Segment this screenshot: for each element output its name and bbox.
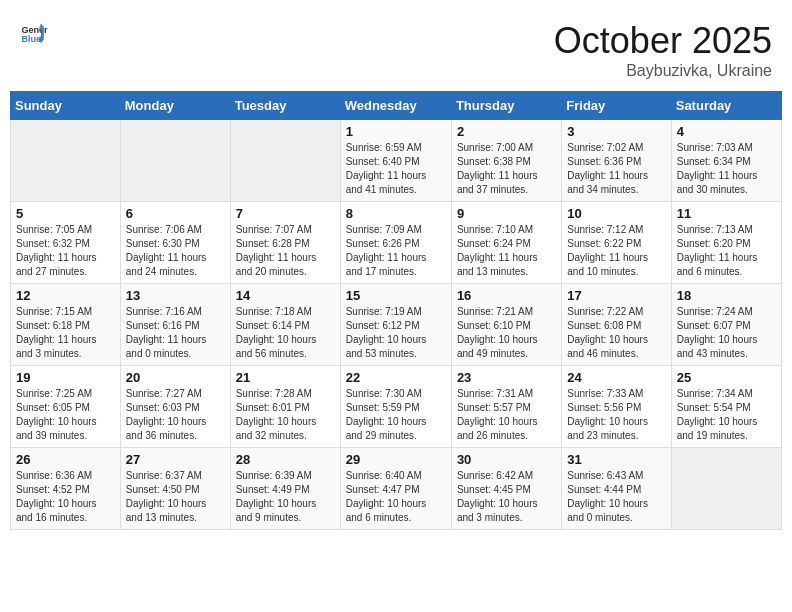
day-info: Sunrise: 7:07 AM Sunset: 6:28 PM Dayligh…	[236, 223, 335, 279]
day-cell: 31Sunrise: 6:43 AM Sunset: 4:44 PM Dayli…	[562, 448, 671, 530]
svg-text:General: General	[21, 25, 48, 35]
weekday-header-tuesday: Tuesday	[230, 92, 340, 120]
day-number: 11	[677, 206, 776, 221]
day-number: 5	[16, 206, 115, 221]
day-info: Sunrise: 6:37 AM Sunset: 4:50 PM Dayligh…	[126, 469, 225, 525]
day-info: Sunrise: 6:43 AM Sunset: 4:44 PM Dayligh…	[567, 469, 665, 525]
day-number: 27	[126, 452, 225, 467]
day-info: Sunrise: 6:39 AM Sunset: 4:49 PM Dayligh…	[236, 469, 335, 525]
day-info: Sunrise: 7:34 AM Sunset: 5:54 PM Dayligh…	[677, 387, 776, 443]
day-cell: 8Sunrise: 7:09 AM Sunset: 6:26 PM Daylig…	[340, 202, 451, 284]
weekday-header-monday: Monday	[120, 92, 230, 120]
day-number: 15	[346, 288, 446, 303]
day-cell: 19Sunrise: 7:25 AM Sunset: 6:05 PM Dayli…	[11, 366, 121, 448]
week-row-2: 5Sunrise: 7:05 AM Sunset: 6:32 PM Daylig…	[11, 202, 782, 284]
day-cell: 25Sunrise: 7:34 AM Sunset: 5:54 PM Dayli…	[671, 366, 781, 448]
day-cell: 15Sunrise: 7:19 AM Sunset: 6:12 PM Dayli…	[340, 284, 451, 366]
day-cell	[11, 120, 121, 202]
day-cell: 24Sunrise: 7:33 AM Sunset: 5:56 PM Dayli…	[562, 366, 671, 448]
weekday-header-thursday: Thursday	[451, 92, 561, 120]
day-info: Sunrise: 6:36 AM Sunset: 4:52 PM Dayligh…	[16, 469, 115, 525]
day-cell: 14Sunrise: 7:18 AM Sunset: 6:14 PM Dayli…	[230, 284, 340, 366]
day-info: Sunrise: 6:59 AM Sunset: 6:40 PM Dayligh…	[346, 141, 446, 197]
day-cell: 27Sunrise: 6:37 AM Sunset: 4:50 PM Dayli…	[120, 448, 230, 530]
day-cell: 1Sunrise: 6:59 AM Sunset: 6:40 PM Daylig…	[340, 120, 451, 202]
day-cell: 13Sunrise: 7:16 AM Sunset: 6:16 PM Dayli…	[120, 284, 230, 366]
calendar-table: SundayMondayTuesdayWednesdayThursdayFrid…	[10, 91, 782, 530]
day-info: Sunrise: 7:02 AM Sunset: 6:36 PM Dayligh…	[567, 141, 665, 197]
day-number: 9	[457, 206, 556, 221]
day-info: Sunrise: 7:16 AM Sunset: 6:16 PM Dayligh…	[126, 305, 225, 361]
day-cell: 20Sunrise: 7:27 AM Sunset: 6:03 PM Dayli…	[120, 366, 230, 448]
day-number: 12	[16, 288, 115, 303]
page-header: General Blue October 2025 Baybuzivka, Uk…	[10, 10, 782, 85]
day-number: 31	[567, 452, 665, 467]
day-number: 1	[346, 124, 446, 139]
day-cell: 4Sunrise: 7:03 AM Sunset: 6:34 PM Daylig…	[671, 120, 781, 202]
day-number: 20	[126, 370, 225, 385]
day-cell: 11Sunrise: 7:13 AM Sunset: 6:20 PM Dayli…	[671, 202, 781, 284]
day-info: Sunrise: 7:28 AM Sunset: 6:01 PM Dayligh…	[236, 387, 335, 443]
day-info: Sunrise: 7:31 AM Sunset: 5:57 PM Dayligh…	[457, 387, 556, 443]
day-number: 28	[236, 452, 335, 467]
day-cell: 10Sunrise: 7:12 AM Sunset: 6:22 PM Dayli…	[562, 202, 671, 284]
day-cell: 22Sunrise: 7:30 AM Sunset: 5:59 PM Dayli…	[340, 366, 451, 448]
weekday-header-saturday: Saturday	[671, 92, 781, 120]
day-cell: 5Sunrise: 7:05 AM Sunset: 6:32 PM Daylig…	[11, 202, 121, 284]
day-info: Sunrise: 6:40 AM Sunset: 4:47 PM Dayligh…	[346, 469, 446, 525]
day-cell	[671, 448, 781, 530]
day-info: Sunrise: 7:15 AM Sunset: 6:18 PM Dayligh…	[16, 305, 115, 361]
day-number: 24	[567, 370, 665, 385]
week-row-4: 19Sunrise: 7:25 AM Sunset: 6:05 PM Dayli…	[11, 366, 782, 448]
week-row-5: 26Sunrise: 6:36 AM Sunset: 4:52 PM Dayli…	[11, 448, 782, 530]
day-info: Sunrise: 7:33 AM Sunset: 5:56 PM Dayligh…	[567, 387, 665, 443]
day-info: Sunrise: 7:12 AM Sunset: 6:22 PM Dayligh…	[567, 223, 665, 279]
svg-text:Blue: Blue	[21, 34, 41, 44]
title-block: October 2025 Baybuzivka, Ukraine	[554, 20, 772, 80]
day-cell: 3Sunrise: 7:02 AM Sunset: 6:36 PM Daylig…	[562, 120, 671, 202]
day-number: 29	[346, 452, 446, 467]
day-info: Sunrise: 7:24 AM Sunset: 6:07 PM Dayligh…	[677, 305, 776, 361]
day-info: Sunrise: 7:09 AM Sunset: 6:26 PM Dayligh…	[346, 223, 446, 279]
day-info: Sunrise: 7:21 AM Sunset: 6:10 PM Dayligh…	[457, 305, 556, 361]
day-info: Sunrise: 7:05 AM Sunset: 6:32 PM Dayligh…	[16, 223, 115, 279]
day-number: 2	[457, 124, 556, 139]
day-number: 21	[236, 370, 335, 385]
day-number: 16	[457, 288, 556, 303]
weekday-header-friday: Friday	[562, 92, 671, 120]
day-info: Sunrise: 7:13 AM Sunset: 6:20 PM Dayligh…	[677, 223, 776, 279]
day-info: Sunrise: 6:42 AM Sunset: 4:45 PM Dayligh…	[457, 469, 556, 525]
day-number: 25	[677, 370, 776, 385]
logo-icon: General Blue	[20, 20, 48, 48]
location-title: Baybuzivka, Ukraine	[554, 62, 772, 80]
day-info: Sunrise: 7:06 AM Sunset: 6:30 PM Dayligh…	[126, 223, 225, 279]
day-info: Sunrise: 7:30 AM Sunset: 5:59 PM Dayligh…	[346, 387, 446, 443]
day-cell: 12Sunrise: 7:15 AM Sunset: 6:18 PM Dayli…	[11, 284, 121, 366]
day-number: 18	[677, 288, 776, 303]
day-info: Sunrise: 7:27 AM Sunset: 6:03 PM Dayligh…	[126, 387, 225, 443]
day-number: 10	[567, 206, 665, 221]
day-cell: 28Sunrise: 6:39 AM Sunset: 4:49 PM Dayli…	[230, 448, 340, 530]
day-cell: 21Sunrise: 7:28 AM Sunset: 6:01 PM Dayli…	[230, 366, 340, 448]
day-cell	[230, 120, 340, 202]
day-info: Sunrise: 7:03 AM Sunset: 6:34 PM Dayligh…	[677, 141, 776, 197]
day-cell: 23Sunrise: 7:31 AM Sunset: 5:57 PM Dayli…	[451, 366, 561, 448]
day-number: 22	[346, 370, 446, 385]
day-number: 7	[236, 206, 335, 221]
day-cell: 2Sunrise: 7:00 AM Sunset: 6:38 PM Daylig…	[451, 120, 561, 202]
day-number: 14	[236, 288, 335, 303]
week-row-3: 12Sunrise: 7:15 AM Sunset: 6:18 PM Dayli…	[11, 284, 782, 366]
day-info: Sunrise: 7:10 AM Sunset: 6:24 PM Dayligh…	[457, 223, 556, 279]
day-cell: 18Sunrise: 7:24 AM Sunset: 6:07 PM Dayli…	[671, 284, 781, 366]
day-number: 19	[16, 370, 115, 385]
day-cell: 29Sunrise: 6:40 AM Sunset: 4:47 PM Dayli…	[340, 448, 451, 530]
day-number: 3	[567, 124, 665, 139]
day-cell: 16Sunrise: 7:21 AM Sunset: 6:10 PM Dayli…	[451, 284, 561, 366]
month-title: October 2025	[554, 20, 772, 62]
day-number: 13	[126, 288, 225, 303]
weekday-header-sunday: Sunday	[11, 92, 121, 120]
day-info: Sunrise: 7:18 AM Sunset: 6:14 PM Dayligh…	[236, 305, 335, 361]
day-number: 23	[457, 370, 556, 385]
day-info: Sunrise: 7:25 AM Sunset: 6:05 PM Dayligh…	[16, 387, 115, 443]
day-number: 8	[346, 206, 446, 221]
